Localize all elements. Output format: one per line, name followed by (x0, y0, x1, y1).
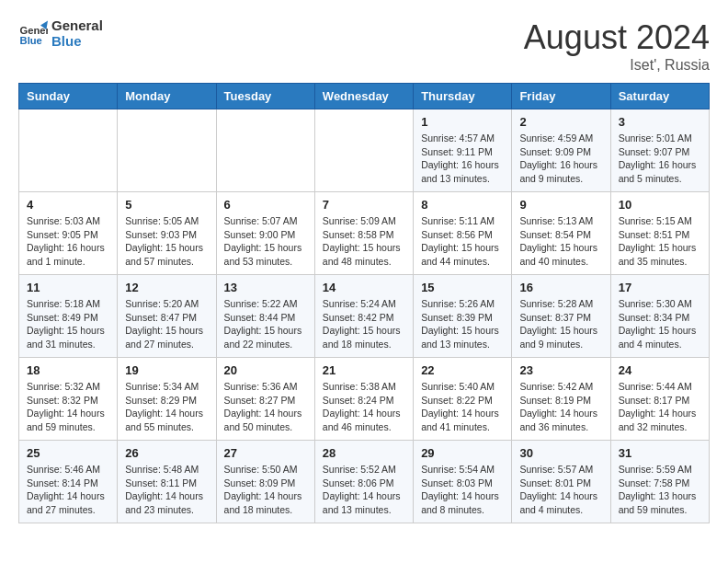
logo: General Blue General Blue (18, 18, 103, 49)
weekday-header-monday: Monday (118, 84, 216, 109)
calendar-cell: 9Sunrise: 5:13 AMSunset: 8:54 PMDaylight… (512, 192, 610, 275)
weekday-header-thursday: Thursday (414, 84, 512, 109)
calendar-cell: 19Sunrise: 5:34 AMSunset: 8:29 PMDayligh… (118, 358, 216, 441)
calendar-week-1: 1Sunrise: 4:57 AMSunset: 9:11 PMDaylight… (19, 109, 710, 192)
day-number: 11 (27, 281, 109, 294)
day-number: 28 (323, 446, 405, 460)
calendar-cell (216, 109, 314, 192)
day-info: Sunrise: 5:01 AMSunset: 9:07 PMDaylight:… (619, 132, 701, 186)
day-number: 19 (125, 363, 208, 377)
day-info: Sunrise: 5:26 AMSunset: 8:39 PMDaylight:… (421, 297, 504, 351)
day-info: Sunrise: 5:40 AMSunset: 8:22 PMDaylight:… (421, 380, 504, 434)
calendar-header: SundayMondayTuesdayWednesdayThursdayFrid… (19, 84, 710, 109)
day-number: 29 (421, 446, 504, 460)
day-number: 22 (421, 363, 504, 377)
calendar-cell: 11Sunrise: 5:18 AMSunset: 8:49 PMDayligh… (19, 275, 118, 358)
day-number: 3 (619, 115, 701, 129)
calendar-cell: 30Sunrise: 5:57 AMSunset: 8:01 PMDayligh… (512, 441, 610, 523)
day-info: Sunrise: 5:24 AMSunset: 8:42 PMDaylight:… (323, 297, 405, 351)
day-info: Sunrise: 5:15 AMSunset: 8:51 PMDaylight:… (619, 214, 701, 269)
day-info: Sunrise: 5:05 AMSunset: 9:03 PMDaylight:… (125, 214, 208, 269)
day-number: 14 (323, 281, 405, 294)
day-number: 30 (519, 446, 602, 460)
calendar-body: 1Sunrise: 4:57 AMSunset: 9:11 PMDaylight… (19, 109, 710, 523)
day-info: Sunrise: 5:44 AMSunset: 8:17 PMDaylight:… (619, 380, 701, 434)
day-number: 24 (619, 363, 701, 377)
day-number: 2 (519, 115, 602, 129)
day-number: 9 (519, 198, 602, 212)
calendar-cell: 31Sunrise: 5:59 AMSunset: 7:58 PMDayligh… (610, 441, 709, 523)
location-subtitle: Iset', Russia (524, 57, 710, 74)
calendar-cell: 21Sunrise: 5:38 AMSunset: 8:24 PMDayligh… (314, 358, 413, 441)
day-number: 12 (125, 281, 208, 294)
day-number: 1 (421, 115, 504, 129)
calendar-table: SundayMondayTuesdayWednesdayThursdayFrid… (18, 83, 710, 523)
day-number: 23 (519, 363, 602, 377)
day-number: 15 (421, 281, 504, 294)
day-info: Sunrise: 5:07 AMSunset: 9:00 PMDaylight:… (224, 214, 307, 269)
calendar-cell: 4Sunrise: 5:03 AMSunset: 9:05 PMDaylight… (19, 192, 118, 275)
calendar-week-4: 18Sunrise: 5:32 AMSunset: 8:32 PMDayligh… (19, 358, 710, 441)
day-number: 20 (224, 363, 307, 377)
calendar-cell: 25Sunrise: 5:46 AMSunset: 8:14 PMDayligh… (19, 441, 118, 523)
calendar-cell: 3Sunrise: 5:01 AMSunset: 9:07 PMDaylight… (610, 109, 709, 192)
day-info: Sunrise: 5:13 AMSunset: 8:54 PMDaylight:… (519, 214, 602, 269)
weekday-header-sunday: Sunday (19, 84, 118, 109)
calendar-cell: 20Sunrise: 5:36 AMSunset: 8:27 PMDayligh… (216, 358, 314, 441)
title-block: August 2024 Iset', Russia (524, 18, 710, 74)
day-number: 21 (323, 363, 405, 377)
day-info: Sunrise: 5:46 AMSunset: 8:14 PMDaylight:… (27, 463, 109, 517)
calendar-cell: 23Sunrise: 5:42 AMSunset: 8:19 PMDayligh… (512, 358, 610, 441)
calendar-cell: 2Sunrise: 4:59 AMSunset: 9:09 PMDaylight… (512, 109, 610, 192)
day-info: Sunrise: 5:54 AMSunset: 8:03 PMDaylight:… (421, 463, 504, 517)
day-info: Sunrise: 4:59 AMSunset: 9:09 PMDaylight:… (519, 132, 602, 186)
weekday-header-saturday: Saturday (610, 84, 709, 109)
calendar-cell: 10Sunrise: 5:15 AMSunset: 8:51 PMDayligh… (610, 192, 709, 275)
month-year-title: August 2024 (524, 18, 710, 57)
calendar-cell (19, 109, 118, 192)
calendar-week-3: 11Sunrise: 5:18 AMSunset: 8:49 PMDayligh… (19, 275, 710, 358)
logo-blue: Blue (51, 34, 103, 50)
calendar-week-5: 25Sunrise: 5:46 AMSunset: 8:14 PMDayligh… (19, 441, 710, 523)
day-info: Sunrise: 5:38 AMSunset: 8:24 PMDaylight:… (323, 380, 405, 434)
calendar-cell: 12Sunrise: 5:20 AMSunset: 8:47 PMDayligh… (118, 275, 216, 358)
calendar-cell: 27Sunrise: 5:50 AMSunset: 8:09 PMDayligh… (216, 441, 314, 523)
page-header: General Blue General Blue August 2024 Is… (18, 18, 710, 74)
day-info: Sunrise: 5:09 AMSunset: 8:58 PMDaylight:… (323, 214, 405, 269)
day-info: Sunrise: 5:30 AMSunset: 8:34 PMDaylight:… (619, 297, 701, 351)
calendar-cell: 1Sunrise: 4:57 AMSunset: 9:11 PMDaylight… (414, 109, 512, 192)
day-number: 31 (619, 446, 701, 460)
day-number: 6 (224, 198, 307, 212)
day-number: 18 (27, 363, 109, 377)
weekday-header-friday: Friday (512, 84, 610, 109)
day-number: 26 (125, 446, 208, 460)
day-info: Sunrise: 5:36 AMSunset: 8:27 PMDaylight:… (224, 380, 307, 434)
day-info: Sunrise: 5:28 AMSunset: 8:37 PMDaylight:… (519, 297, 602, 351)
day-number: 7 (323, 198, 405, 212)
calendar-cell: 22Sunrise: 5:40 AMSunset: 8:22 PMDayligh… (414, 358, 512, 441)
calendar-cell: 28Sunrise: 5:52 AMSunset: 8:06 PMDayligh… (314, 441, 413, 523)
calendar-cell: 16Sunrise: 5:28 AMSunset: 8:37 PMDayligh… (512, 275, 610, 358)
day-info: Sunrise: 5:11 AMSunset: 8:56 PMDaylight:… (421, 214, 504, 269)
weekday-header-tuesday: Tuesday (216, 84, 314, 109)
day-number: 10 (619, 198, 701, 212)
day-info: Sunrise: 5:18 AMSunset: 8:49 PMDaylight:… (27, 297, 109, 351)
day-number: 16 (519, 281, 602, 294)
day-info: Sunrise: 5:20 AMSunset: 8:47 PMDaylight:… (125, 297, 208, 351)
day-info: Sunrise: 5:32 AMSunset: 8:32 PMDaylight:… (27, 380, 109, 434)
calendar-cell: 13Sunrise: 5:22 AMSunset: 8:44 PMDayligh… (216, 275, 314, 358)
day-number: 8 (421, 198, 504, 212)
day-info: Sunrise: 5:50 AMSunset: 8:09 PMDaylight:… (224, 463, 307, 517)
calendar-cell: 26Sunrise: 5:48 AMSunset: 8:11 PMDayligh… (118, 441, 216, 523)
logo-icon: General Blue (18, 19, 48, 49)
calendar-cell: 24Sunrise: 5:44 AMSunset: 8:17 PMDayligh… (610, 358, 709, 441)
day-info: Sunrise: 5:34 AMSunset: 8:29 PMDaylight:… (125, 380, 208, 434)
weekday-row: SundayMondayTuesdayWednesdayThursdayFrid… (19, 84, 710, 109)
day-number: 17 (619, 281, 701, 294)
calendar-cell: 5Sunrise: 5:05 AMSunset: 9:03 PMDaylight… (118, 192, 216, 275)
calendar-cell: 7Sunrise: 5:09 AMSunset: 8:58 PMDaylight… (314, 192, 413, 275)
calendar-cell (314, 109, 413, 192)
day-info: Sunrise: 5:59 AMSunset: 7:58 PMDaylight:… (619, 463, 701, 517)
calendar-cell: 29Sunrise: 5:54 AMSunset: 8:03 PMDayligh… (414, 441, 512, 523)
weekday-header-wednesday: Wednesday (314, 84, 413, 109)
